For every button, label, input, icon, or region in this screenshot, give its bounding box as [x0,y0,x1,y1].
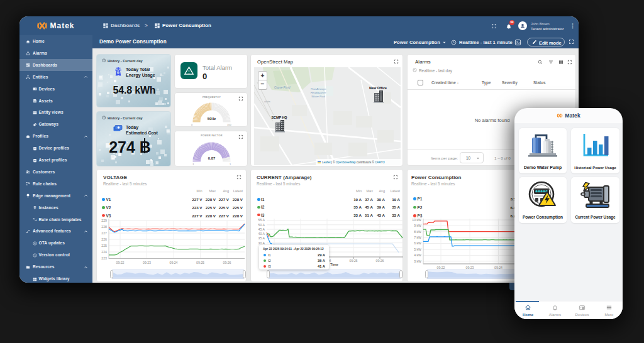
svg-text:Headquarter: Headquarter [311,91,326,94]
svg-text:40 A: 40 A [258,232,265,236]
svg-text:09:25: 09:25 [196,261,204,264]
svg-text:225: 225 [101,244,107,248]
svg-text:09:26: 09:26 [376,259,384,263]
svg-text:5 kW: 5 kW [414,248,421,251]
svg-text:8 kW: 8 kW [414,230,421,234]
svg-text:09:25: 09:25 [350,259,358,263]
svg-text:55 A: 55 A [258,218,265,222]
svg-text:SCMP HQ: SCMP HQ [271,116,287,119]
svg-text:Leaflet | © OpenStreetMap cont: Leaflet | © OpenStreetMap contributors ©… [322,160,385,164]
svg-text:45 A: 45 A [258,227,265,231]
svg-text:227: 227 [101,231,107,235]
svg-text:09:23: 09:23 [143,261,151,264]
svg-text:35 A: 35 A [258,236,265,240]
svg-text:3 kW: 3 kW [414,259,421,263]
svg-text:30 A: 30 A [258,241,265,245]
svg-text:6 kW: 6 kW [414,241,421,245]
svg-text:ukritn: ukritn [264,100,270,103]
svg-text:9 kW: 9 kW [414,224,421,227]
svg-text:Thai Airways: Thai Airways [311,87,327,90]
svg-text:223: 223 [101,256,107,260]
svg-text:New Office: New Office [369,86,387,90]
svg-text:224: 224 [101,250,107,254]
svg-text:50 A: 50 A [258,223,265,227]
svg-text:228: 228 [101,225,107,229]
svg-text:09:22: 09:22 [116,261,125,264]
svg-text:10 kW: 10 kW [412,218,421,222]
svg-text:4 kW: 4 kW [414,253,421,257]
svg-text:229: 229 [101,219,107,222]
svg-text:09:26: 09:26 [223,261,231,264]
svg-text:Copse Pond: Copse Pond [274,86,291,89]
svg-text:226: 226 [101,237,107,241]
svg-text:09:24: 09:24 [170,261,178,264]
svg-text:7 kW: 7 kW [414,236,421,239]
svg-text:Water Pool: Water Pool [311,95,326,98]
